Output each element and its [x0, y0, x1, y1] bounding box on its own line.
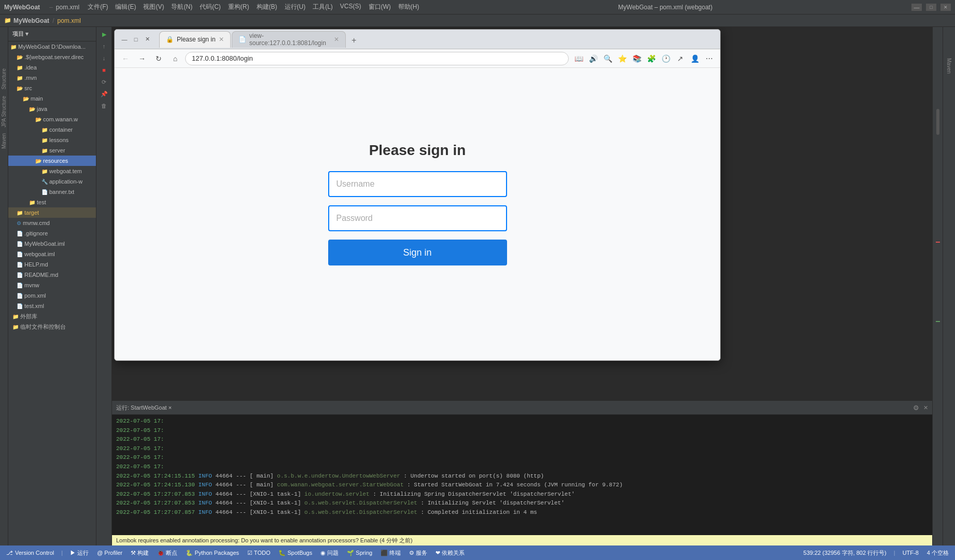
close-button[interactable]: ✕	[940, 4, 951, 11]
menu-run[interactable]: 运行(U)	[285, 3, 306, 11]
tree-item-scratch[interactable]: 📁 临时文件和控制台	[8, 321, 96, 332]
issue-status[interactable]: ◉ 问题	[318, 545, 341, 560]
menu-refactor[interactable]: 重构(R)	[228, 3, 249, 11]
down-arrow-icon[interactable]: ↓	[98, 53, 110, 63]
run-status[interactable]: ▶ 运行	[68, 545, 91, 560]
file-tree-content[interactable]: 📁 MyWebGoat D:\Downloa... 📂 .${webgoat.s…	[8, 41, 96, 560]
tree-item-mvnw-cmd[interactable]: ⚙ mvnw.cmd	[8, 218, 96, 228]
collections-icon[interactable]: 📚	[630, 52, 643, 65]
browser-minimize[interactable]: —	[119, 34, 130, 45]
browser-tab-viewsource[interactable]: 📄 view-source:127.0.0.1:8081/login ✕	[232, 31, 346, 48]
tree-item-mvnw[interactable]: 📄 mvnw	[8, 280, 96, 290]
password-input[interactable]	[328, 205, 507, 231]
tree-item-webgoat-tem[interactable]: 📁 webgoat.tem	[8, 166, 96, 176]
read-mode-icon[interactable]: 📖	[572, 52, 585, 65]
share-icon[interactable]: ↗	[673, 52, 687, 65]
tree-item-webgoat-iml[interactable]: 📄 webgoat.iml	[8, 249, 96, 259]
browser-tab-signin[interactable]: 🔒 Please sign in ✕	[159, 31, 231, 48]
maven-label[interactable]: Maven	[946, 58, 952, 74]
tree-item-test-xml[interactable]: 📄 test.xml	[8, 301, 96, 311]
back-button[interactable]: ←	[119, 52, 132, 65]
tab-close-signin[interactable]: ✕	[219, 36, 224, 43]
run-project-icon[interactable]: ▶	[98, 29, 110, 39]
deps-status[interactable]: ❤ 依赖关系	[433, 545, 467, 560]
tree-item-mywebgoat-iml[interactable]: 📄 MyWebGoat.iml	[8, 239, 96, 249]
favorites-icon[interactable]: ⭐	[615, 52, 629, 65]
run-close-button[interactable]: ✕	[923, 404, 928, 411]
menu-build[interactable]: 构建(B)	[257, 3, 277, 11]
todo-status[interactable]: ☑ TODO	[245, 545, 272, 560]
tree-item-com-wanan[interactable]: 📂 com.wanan.w	[8, 114, 96, 124]
trash-icon[interactable]: 🗑	[98, 101, 110, 111]
tree-item-root[interactable]: 📁 MyWebGoat D:\Downloa...	[8, 41, 96, 52]
browser-maximize[interactable]: □	[130, 34, 142, 45]
up-arrow-icon[interactable]: ↑	[98, 41, 110, 51]
build-status[interactable]: ⚒ 构建	[129, 545, 151, 560]
tree-item-main[interactable]: 📂 main	[8, 93, 96, 104]
username-input[interactable]	[328, 171, 507, 197]
gear-button[interactable]: ⚙	[913, 404, 919, 412]
read-aloud-icon[interactable]: 🔊	[586, 52, 600, 65]
scrollbar-thumb[interactable]	[936, 109, 939, 135]
tab-close-viewsource[interactable]: ✕	[334, 36, 339, 43]
run-tab-label[interactable]: 运行: StartWebGoat ×	[116, 404, 172, 412]
log-panel[interactable]: 2022-07-05 17: 2022-07-05 17: 2022-07-05…	[112, 415, 932, 535]
stop-icon[interactable]: ■	[98, 65, 110, 75]
version-control-status[interactable]: ⎇ Version Control	[4, 545, 56, 560]
extension-icon[interactable]: 🧩	[644, 52, 658, 65]
tree-item-lessons[interactable]: 📁 lessons	[8, 135, 96, 145]
tree-item-webgoat-server[interactable]: 📂 .${webgoat.server.direc	[8, 52, 96, 62]
new-tab-button[interactable]: +	[347, 33, 361, 48]
jpa-tab[interactable]: JPA Structure	[1, 96, 7, 127]
position-status[interactable]: 539:22 (32956 字符, 802 行行号)	[802, 549, 889, 557]
menu-code[interactable]: 代码(C)	[200, 3, 221, 11]
tree-item-readme[interactable]: 📄 README.md	[8, 270, 96, 280]
terminal-status[interactable]: ⬛ 终端	[378, 545, 403, 560]
tree-item-external-deps[interactable]: 📁 外部库	[8, 311, 96, 321]
maximize-button[interactable]: □	[926, 4, 936, 11]
tree-item-test[interactable]: 📁 test	[8, 197, 96, 207]
minimize-button[interactable]: —	[911, 4, 922, 11]
tree-item-mvn[interactable]: 📁 .mvn	[8, 73, 96, 83]
encoding-status[interactable]: UTF-8	[901, 550, 921, 556]
python-status[interactable]: 🐍 Python Packages	[184, 545, 241, 560]
tree-item-help[interactable]: 📄 HELP.md	[8, 259, 96, 270]
tree-item-java[interactable]: 📂 java	[8, 104, 96, 114]
tree-item-src[interactable]: 📂 src	[8, 83, 96, 93]
tree-item-banner[interactable]: 📄 banner.txt	[8, 187, 96, 197]
account-icon[interactable]: 👤	[688, 52, 701, 65]
menu-vcs[interactable]: VCS(S)	[340, 3, 361, 11]
scrollbar-track[interactable]	[936, 29, 940, 560]
rerun-icon[interactable]: ⟳	[98, 77, 110, 87]
spring-status[interactable]: 🌱 Spring	[345, 545, 374, 560]
tree-item-idea[interactable]: 📁 .idea	[8, 62, 96, 73]
history-icon[interactable]: 🕐	[659, 52, 672, 65]
tree-item-target[interactable]: 📁 target	[8, 207, 96, 218]
menu-edit[interactable]: 编辑(E)	[115, 3, 136, 11]
spotbugs-status[interactable]: 🐛 SpotBugs	[276, 545, 314, 560]
address-bar-input[interactable]	[185, 52, 569, 65]
tree-item-app-w[interactable]: 🔧 application-w	[8, 176, 96, 187]
menu-view[interactable]: 视图(V)	[143, 3, 164, 11]
debug-status[interactable]: 🐞 断点	[155, 545, 179, 560]
tree-item-server[interactable]: 📁 server	[8, 145, 96, 156]
browser-close[interactable]: ✕	[142, 34, 153, 45]
signin-button[interactable]: Sign in	[328, 240, 507, 265]
profiler-status[interactable]: @ Profiler	[95, 545, 124, 560]
tree-item-pom[interactable]: 📄 pom.xml	[8, 290, 96, 301]
menu-help[interactable]: 帮助(H)	[398, 3, 419, 11]
maven-tab-left[interactable]: Maven	[1, 133, 7, 149]
more-icon[interactable]: ⋯	[703, 52, 716, 65]
refresh-button[interactable]: ↻	[152, 52, 165, 65]
structure-tab[interactable]: Structure	[1, 68, 7, 90]
forward-button[interactable]: →	[135, 52, 149, 65]
tree-item-gitignore[interactable]: 📄 .gitignore	[8, 228, 96, 239]
line-sep-status[interactable]: 4 个空格	[925, 549, 951, 557]
menu-nav[interactable]: 导航(N)	[171, 3, 192, 11]
search-icon[interactable]: 🔍	[601, 52, 614, 65]
menu-file[interactable]: 文件(F)	[88, 3, 108, 11]
services-status[interactable]: ⚙ 服务	[407, 545, 429, 560]
pin-icon[interactable]: 📌	[98, 89, 110, 99]
home-button[interactable]: ⌂	[168, 52, 182, 65]
tree-item-resources[interactable]: 📂 resources	[8, 156, 96, 166]
